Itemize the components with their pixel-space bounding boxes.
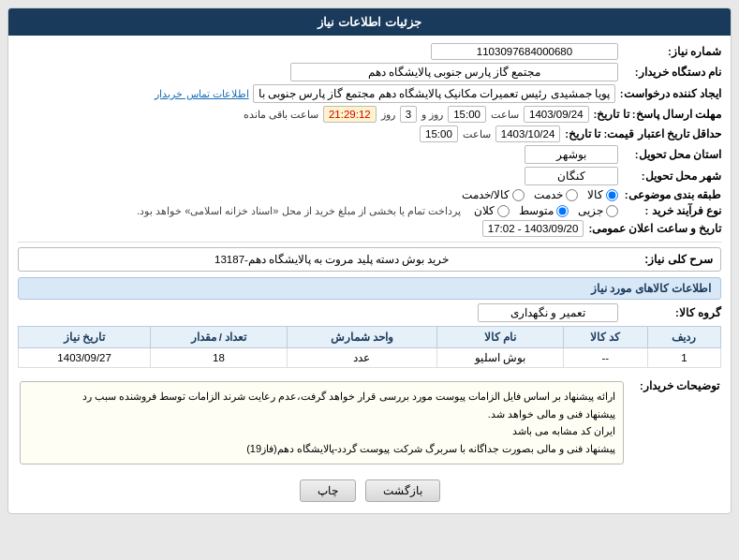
col-code: کد کالا [563,327,647,348]
print-button[interactable]: چاپ [300,479,356,502]
contact-link[interactable]: اطلاعات تماس خریدار [155,88,248,100]
publish-date-label: تاریخ و ساعت اعلان عمومی: [584,222,721,235]
col-qty: تعداد / مقدار [151,327,287,348]
goods-section-title: اطلاعات کالاهای مورد نیاز [18,277,721,300]
days-label: روز و [421,109,443,121]
notes-line-2: پیشنهاد فنی و مالی خواهد شد. [28,405,615,423]
response-remaining: 21:29:12 [323,106,377,123]
publish-date-value: 1403/09/20 - 17:02 [482,220,584,237]
notes-line-3: ایران کد مشابه می باشد [28,422,615,440]
price-deadline-label: حداقل تاریخ اعتبار قیمت: تا تاریخ: [560,127,721,140]
category-both[interactable]: کالا/خدمت [462,188,525,201]
back-button[interactable]: بازگشت [365,479,440,502]
response-deadline-label: مهلت ارسال پاسخ: تا تاریخ: [589,108,721,121]
category-service[interactable]: خدمت [534,188,578,201]
province-label: استان محل تحویل: [618,148,721,161]
purchase-type-label: نوع فرآیند خرید : [618,204,721,217]
price-date: 1403/10/24 [495,125,561,142]
buyer-name-label: نام دستگاه خریدار: [618,66,721,79]
purchase-minor[interactable]: جزیی [578,204,618,217]
goods-table: ردیف کد کالا نام کالا واحد شمارش تعداد /… [18,326,721,368]
remaining-label: ساعت باقی مانده [244,109,318,121]
request-number-label: شماره نیاز: [618,45,721,58]
category-goods[interactable]: کالا [587,188,618,201]
request-number-value: 1103097684000680 [431,43,618,60]
buyer-name-value: مجتمع گاز پارس جنوبی پالایشگاه دهم [290,63,618,81]
notes-line-4: پیشنهاد فنی و مالی بصورت جداگانه با سربر… [28,440,615,458]
button-row: بازگشت چاپ [18,479,721,502]
table-row: 1 -- بوش اسلیو عدد 18 1403/09/27 [19,348,721,368]
price-time: 15:00 [420,125,458,142]
cell-code: -- [563,348,647,368]
notes-label: توضیحات خریدار: [626,376,719,470]
category-label: طبقه بندی موضوعی: [618,188,721,201]
creator-value: پویا جمشیدی رئیس تعمیرات مکانیک پالایشگا… [253,84,615,103]
days-num-label: روز [381,109,395,121]
purchase-note: پرداخت تمام یا بخشی از مبلغ خرید از محل … [137,205,461,217]
city-value: کنگان [525,167,618,185]
response-time: 15:00 [448,106,486,123]
response-date: 1403/09/24 [524,106,589,123]
cell-date: 1403/09/27 [19,348,151,368]
col-row: ردیف [647,327,720,348]
cell-row: 1 [647,348,720,368]
cell-qty: 18 [151,348,287,368]
cell-unit: عدد [287,348,437,368]
time-label: ساعت [491,109,519,121]
serh-label: سرح کلی نیاز: [644,253,713,266]
creator-label: ایجاد کننده درخواست: [615,87,721,100]
notes-line-1: ارائه پیشنهاد بر اساس فایل الزامات پیوست… [28,388,615,405]
province-value: بوشهر [525,145,618,164]
col-date: تاریخ نیاز [19,327,151,348]
group-value: تعمیر و نگهداری [478,303,618,322]
response-days: 3 [400,106,417,123]
price-time-label: ساعت [463,128,491,140]
group-label: گروه کالا: [618,306,721,319]
serh-value: خرید بوش دسته پلید مروت به پالایشگاه دهم… [26,253,637,266]
notes-content: ارائه پیشنهاد بر اساس فایل الزامات پیوست… [20,381,624,464]
col-name: نام کالا [437,327,563,348]
cell-name: بوش اسلیو [437,348,563,368]
page-title: جزئیات اطلاعات نیاز [8,8,731,36]
purchase-major[interactable]: کلان [474,204,510,217]
city-label: شهر محل تحویل: [618,169,721,183]
col-unit: واحد شمارش [287,327,437,348]
purchase-medium[interactable]: متوسط [519,204,569,217]
serh-box: سرح کلی نیاز: خرید بوش دسته پلید مروت به… [18,247,721,272]
